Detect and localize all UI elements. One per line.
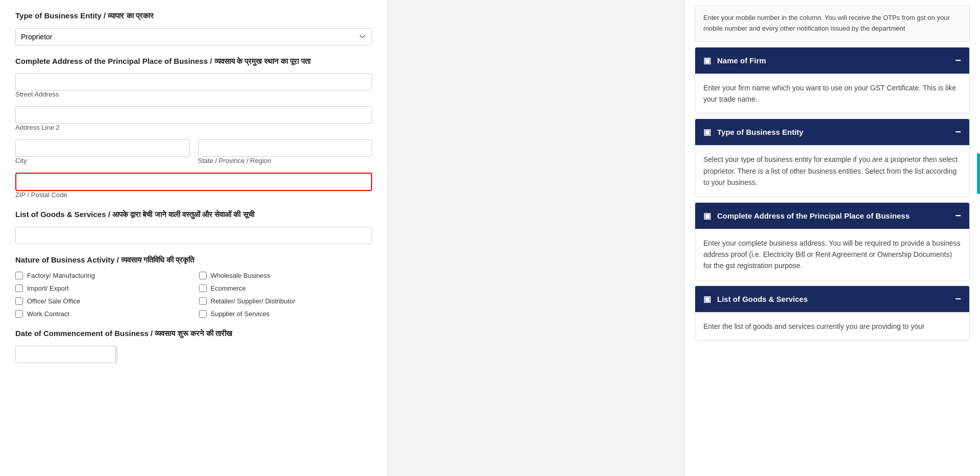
checkbox-import-label: Import/ Export (27, 284, 69, 292)
city-state-row: City State / Province / Region (15, 139, 372, 173)
address-section: Complete Address of the Principal Place … (15, 56, 372, 199)
accordion-body-name-of-firm: Enter your firm name which you want to u… (695, 74, 969, 113)
checkbox-factory: Factory/ Manufacturing (15, 272, 189, 279)
checkbox-supplier: Supplier of Services (199, 310, 373, 318)
goods-section-title: List of Goods & Services / आपके द्वारा ब… (15, 209, 372, 221)
left-panel: Type of Business Entity / व्यापार का प्र… (0, 0, 388, 476)
accordion-body-goods-services: Enter the list of goods and services cur… (695, 312, 969, 340)
checkbox-supplier-input[interactable] (199, 310, 207, 318)
right-panel: Enter your mobile number in the column. … (684, 0, 980, 476)
checkbox-office-input[interactable] (15, 297, 23, 305)
accordion-header-left-business-entity: ▣ Type of Business Entity (703, 127, 803, 137)
accordion-body-text-complete-address: Enter your complete business address. Yo… (703, 239, 961, 270)
street-address-input[interactable] (15, 73, 372, 90)
state-label: State / Province / Region (198, 157, 373, 164)
business-type-section: Type of Business Entity / व्यापार का प्र… (15, 10, 372, 45)
accordion-body-text-business-entity: Select your type of business entity for … (703, 155, 958, 186)
business-type-select[interactable]: Proprietor Partnership LLP Private Limit… (15, 28, 372, 45)
accordion-body-complete-address: Enter your complete business address. Yo… (695, 229, 969, 280)
goods-input-group (15, 227, 372, 244)
checkbox-supplier-label: Supplier of Services (211, 310, 270, 318)
checkbox-office: Office/ Sale Office (15, 297, 189, 305)
date-section-title: Date of Commencement of Business / व्यवस… (15, 328, 372, 340)
checkbox-ecommerce: Ecommerce (199, 284, 373, 292)
accordion-header-business-entity[interactable]: ▣ Type of Business Entity − (695, 119, 969, 145)
checkbox-factory-input[interactable] (15, 272, 23, 279)
scrollbar-indicator[interactable] (977, 153, 980, 194)
checkbox-retailer-input[interactable] (199, 297, 207, 305)
checkbox-wholesale: Wholesale Business (199, 272, 373, 279)
nature-section: Nature of Business Activity / व्यवसाय गत… (15, 254, 372, 318)
accordion-title-goods-services: List of Goods & Services (717, 295, 808, 303)
city-group: City (15, 139, 190, 164)
middle-gap (388, 0, 684, 476)
address-line2-label: Address Line 2 (15, 124, 372, 131)
address-line2-group: Address Line 2 (15, 106, 372, 131)
accordion-collapse-name-of-firm[interactable]: − (955, 55, 961, 66)
accordion-body-text-goods-services: Enter the list of goods and services cur… (703, 322, 924, 330)
date-input[interactable] (16, 346, 115, 363)
checkbox-ecommerce-label: Ecommerce (211, 284, 246, 292)
accordion-header-goods-services[interactable]: ▣ List of Goods & Services − (695, 286, 969, 312)
date-input-wrapper: 📅 (15, 346, 117, 363)
accordion-title-complete-address: Complete Address of the Principal Place … (717, 211, 910, 220)
accordion-header-left-complete-address: ▣ Complete Address of the Principal Plac… (703, 211, 910, 221)
checkbox-import-input[interactable] (15, 284, 23, 292)
checkbox-col-left: Factory/ Manufacturing Import/ Export Of… (15, 272, 189, 318)
address-line2-input[interactable] (15, 106, 372, 124)
date-section: Date of Commencement of Business / व्यवस… (15, 328, 372, 363)
zip-input[interactable] (15, 173, 372, 191)
state-group: State / Province / Region (198, 139, 373, 164)
accordion-header-complete-address[interactable]: ▣ Complete Address of the Principal Plac… (695, 203, 969, 229)
nature-section-title: Nature of Business Activity / व्यवसाय गत… (15, 254, 372, 266)
checkbox-retailer: Retailer/ Supplier/ Distributor (199, 297, 373, 305)
street-address-label: Street Address (15, 90, 372, 98)
checkbox-wholesale-label: Wholesale Business (211, 272, 271, 279)
state-input[interactable] (198, 139, 373, 157)
date-calendar-button[interactable]: 📅 (115, 346, 117, 363)
street-address-group: Street Address (15, 73, 372, 98)
checkbox-wholesale-input[interactable] (199, 272, 207, 279)
checkbox-col-right: Wholesale Business Ecommerce Retailer/ S… (199, 272, 373, 318)
accordion-name-of-firm: ▣ Name of Firm − Enter your firm name wh… (695, 47, 970, 114)
checkbox-factory-label: Factory/ Manufacturing (27, 272, 95, 279)
zip-label: ZIP / Postal Code (15, 191, 372, 199)
accordion-header-left-name-of-firm: ▣ Name of Firm (703, 56, 766, 65)
state-col: State / Province / Region (198, 139, 373, 173)
checkbox-office-label: Office/ Sale Office (27, 297, 80, 305)
mobile-info-text: Enter your mobile number in the column. … (695, 5, 970, 42)
goods-section: List of Goods & Services / आपके द्वारा ब… (15, 209, 372, 244)
checkbox-columns: Factory/ Manufacturing Import/ Export Of… (15, 272, 372, 318)
address-section-title: Complete Address of the Principal Place … (15, 56, 372, 67)
accordion-collapse-complete-address[interactable]: − (955, 210, 961, 222)
accordion-collapse-goods-services[interactable]: − (955, 293, 961, 305)
checkbox-retailer-label: Retailer/ Supplier/ Distributor (211, 297, 296, 305)
checkbox-work-contract-input[interactable] (15, 310, 23, 318)
checkbox-import: Import/ Export (15, 284, 189, 292)
accordion-body-business-entity: Select your type of business entity for … (695, 145, 969, 196)
monitor-icon-name-of-firm: ▣ (703, 56, 711, 65)
goods-input[interactable] (15, 227, 372, 244)
accordion-header-name-of-firm[interactable]: ▣ Name of Firm − (695, 47, 969, 74)
city-input[interactable] (15, 139, 190, 157)
monitor-icon-complete-address: ▣ (703, 211, 711, 221)
city-col: City (15, 139, 190, 173)
accordion-header-left-goods-services: ▣ List of Goods & Services (703, 294, 808, 304)
accordion-title-business-entity: Type of Business Entity (717, 128, 803, 136)
accordion-title-name-of-firm: Name of Firm (717, 56, 766, 65)
accordion-complete-address: ▣ Complete Address of the Principal Plac… (695, 202, 970, 280)
monitor-icon-business-entity: ▣ (703, 127, 711, 137)
accordion-collapse-business-entity[interactable]: − (955, 126, 961, 138)
city-label: City (15, 157, 190, 164)
zip-group: ZIP / Postal Code (15, 173, 372, 199)
accordion-body-text-name-of-firm: Enter your firm name which you want to u… (703, 84, 956, 103)
business-type-group: Proprietor Partnership LLP Private Limit… (15, 28, 372, 45)
accordion-business-entity: ▣ Type of Business Entity − Select your … (695, 118, 970, 197)
accordion-goods-services: ▣ List of Goods & Services − Enter the l… (695, 285, 970, 341)
checkbox-ecommerce-input[interactable] (199, 284, 207, 292)
business-type-title: Type of Business Entity / व्यापार का प्र… (15, 10, 372, 22)
checkbox-work-contract: Work Contract (15, 310, 189, 318)
monitor-icon-goods-services: ▣ (703, 294, 711, 304)
checkbox-work-contract-label: Work Contract (27, 310, 69, 318)
